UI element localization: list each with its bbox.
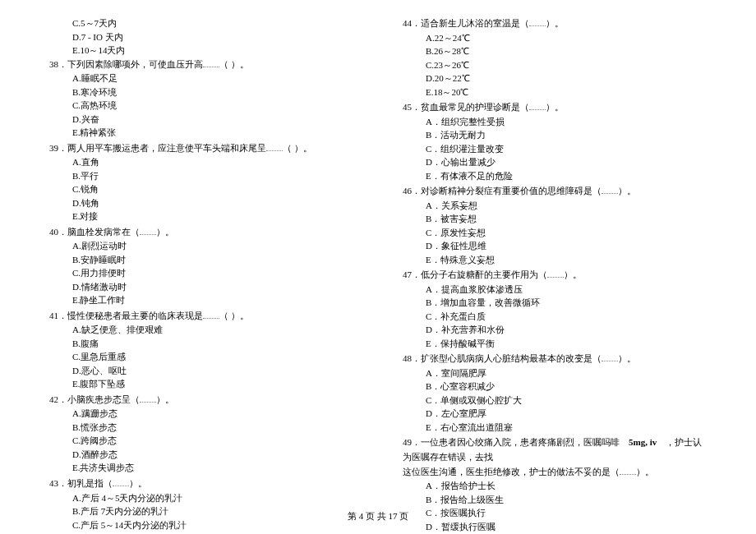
question-41: 41．慢性便秘患者最主要的临床表现是（ ）。 A.缺乏便意、排便艰难 B.腹痛 … [49, 309, 353, 391]
question-suffix: ）。 [546, 102, 564, 112]
answer-blank [602, 352, 618, 361]
question-text: ．慢性便秘患者最主要的临床表现是 [58, 311, 203, 320]
question-number: 44 [403, 18, 412, 28]
question-suffix: （ ）。 [219, 59, 249, 69]
left-column: C.5～7天内 D.7 - IO 天内 E.10～14天内 38．下列因素除哪项… [49, 16, 353, 534]
question-38: 38．下列因素除哪项外，可使血压升高（ ）。 A.睡眠不足 B.寒冷环境 C.高… [49, 58, 353, 140]
question-suffix: ）。 [156, 227, 174, 237]
option-item: E.18～20℃ [426, 85, 707, 99]
options-list: A．关系妄想 B．被害妄想 C．原发性妄想 D．象征性思维 E．特殊意义妄想 [403, 199, 707, 267]
question-number: 48 [403, 353, 412, 363]
option-item: B．增加血容量，改善微循环 [426, 296, 707, 310]
question-47: 47．低分子右旋糖酐的主要作用为（）。 A．提高血浆胶体渗透压 B．增加血容量，… [403, 268, 707, 350]
option-item: E.10～14天内 [72, 44, 353, 58]
options-list: A．提高血浆胶体渗透压 B．增加血容量，改善微循环 C．补充蛋白质 D．补充营养… [403, 283, 707, 351]
question-text: ．两人用平车搬运患者，应注意使平车头端和床尾呈 [58, 143, 266, 153]
option-item: B.平行 [72, 169, 353, 183]
question-text: ．适合新生儿沐浴的室温是（ [412, 18, 529, 28]
option-item: B.慌张步态 [72, 421, 353, 435]
options-list: A.直角 B.平行 C.锐角 D.钝角 E.对接 [49, 155, 353, 223]
option-item: D．心输出量减少 [426, 155, 707, 169]
option-item: B．活动无耐力 [426, 128, 707, 142]
q37-options-continued: C.5～7天内 D.7 - IO 天内 E.10～14天内 [49, 16, 353, 58]
option-item: D．象征性思维 [426, 239, 707, 253]
answer-blank [203, 58, 219, 67]
question-number: 49 [403, 437, 412, 447]
option-item: B．被害妄想 [426, 212, 707, 226]
option-item: C.5～7天内 [72, 16, 353, 30]
answer-blank [529, 101, 546, 110]
question-suffix: ）。 [618, 353, 636, 363]
option-item: B.安静睡眠时 [72, 253, 353, 267]
question-suffix: ）。 [156, 394, 174, 404]
question-suffix: ）。 [564, 269, 582, 279]
question-number: 45 [403, 102, 412, 112]
question-text: ．小脑疾患步态呈（ [58, 394, 140, 404]
option-item: D.7 - IO 天内 [72, 30, 353, 44]
option-item: D．左心室肥厚 [426, 407, 707, 421]
option-item: E.共济失调步态 [72, 461, 353, 475]
question-long-text-1: 一位患者因心绞痛入院，患者疼痛剧烈，医嘱吗啡 [421, 437, 620, 447]
options-list: A.缺乏便意、排便艰难 B.腹痛 C.里急后重感 D.恶心、呕吐 E.腹部下坠感 [49, 323, 353, 391]
option-item: D．补充营养和水份 [426, 323, 707, 337]
option-item: C.锐角 [72, 182, 353, 196]
option-item: C.高热环境 [72, 99, 353, 113]
answer-blank [547, 269, 564, 278]
option-item: A.蹒跚步态 [72, 407, 353, 421]
question-text: ．初乳是指（ [58, 478, 113, 488]
option-item: C.里急后重感 [72, 350, 353, 364]
option-item: C．单侧或双侧心腔扩大 [426, 394, 707, 407]
question-number: 47 [403, 269, 412, 279]
option-item: C.跨阈步态 [72, 434, 353, 448]
option-item: C.用力排便时 [72, 266, 353, 280]
options-list: A.剧烈运动时 B.安静睡眠时 C.用力排便时 D.情绪激动时 E.静坐工作时 [49, 239, 353, 307]
option-item: B.26～28℃ [426, 44, 707, 58]
question-48: 48．扩张型心肌病病人心脏结构最基本的改变是（）。 A．室间隔肥厚 B．心室容积… [403, 352, 707, 434]
options-list: A.22～24℃ B.26～28℃ C.23～26℃ D.20～22℃ E.18… [403, 31, 707, 99]
question-39: 39．两人用平车搬运患者，应注意使平车头端和床尾呈（ ）。 A.直角 B.平行 … [49, 141, 353, 223]
option-item: E．特殊意义妄想 [426, 253, 707, 267]
answer-blank [529, 17, 546, 26]
question-43: 43．初乳是指（）。 A.产后 4～5天内分泌的乳汁 B.产后 7天内分泌的乳汁… [49, 476, 353, 534]
option-item: B．报告给上级医生 [426, 493, 707, 507]
question-suffix: ）。 [546, 18, 564, 28]
question-bold-text: 5mg, iv [629, 437, 657, 447]
options-list: A．组织完整性受损 B．活动无耐力 C．组织灌注量改变 D．心输出量减少 E．有… [403, 115, 707, 183]
option-item: E.腹部下坠感 [72, 377, 353, 391]
option-item: B.腹痛 [72, 337, 353, 351]
question-46: 46．对诊断精神分裂症有重要价值的思维障碍是（）。 A．关系妄想 B．被害妄想 … [403, 184, 707, 266]
option-item: D.情绪激动时 [72, 280, 353, 294]
question-text: ．下列因素除哪项外，可使血压升高 [58, 59, 203, 69]
question-text: ．贫血最常见的护理诊断是（ [412, 102, 529, 112]
options-list: A．室间隔肥厚 B．心室容积减少 C．单侧或双侧心腔扩大 D．左心室肥厚 E．右… [403, 366, 707, 435]
question-number: 46 [403, 186, 412, 196]
option-item: C．补充蛋白质 [426, 310, 707, 324]
answer-blank [140, 394, 156, 403]
right-column: 44．适合新生儿沐浴的室温是（）。 A.22～24℃ B.26～28℃ C.23… [403, 16, 707, 534]
option-item: A．报告给护士长 [426, 479, 707, 493]
answer-blank [203, 310, 219, 319]
option-item: E.静坐工作时 [72, 293, 353, 307]
question-number: 43 [49, 478, 58, 488]
question-suffix: （ ）。 [283, 143, 312, 153]
answer-blank [266, 142, 283, 151]
answer-blank [140, 226, 156, 235]
option-item: D.酒醉步态 [72, 448, 353, 462]
option-item: A.剧烈运动时 [72, 239, 353, 253]
option-item: A.睡眠不足 [72, 71, 353, 85]
question-suffix: （ ）。 [219, 311, 249, 320]
question-long-text-3: 这位医生沟通，医生拒绝修改，护士的做法不妥的是（ [403, 467, 620, 476]
question-number: 41 [49, 311, 58, 320]
options-list: A．报告给护士长 B．报告给上级医生 C．按医嘱执行 D．暂缓执行医嘱 E．报告… [403, 479, 707, 534]
option-item: B．心室容积减少 [426, 380, 707, 394]
question-number: 39 [49, 143, 58, 153]
question-text: ．脑血栓发病常在（ [58, 227, 140, 237]
page-number: 第 4 页 共 17 页 [348, 511, 408, 521]
question-suffix: ）。 [129, 478, 147, 488]
question-44: 44．适合新生儿沐浴的室温是（）。 A.22～24℃ B.26～28℃ C.23… [403, 16, 707, 99]
option-item: E．右心室流出道阻塞 [426, 421, 707, 435]
page-footer: 第 4 页 共 17 页 [0, 509, 756, 524]
question-suffix: ）。 [618, 186, 636, 196]
question-number: 38 [49, 59, 58, 69]
question-42: 42．小脑疾患步态呈（）。 A.蹒跚步态 B.慌张步态 C.跨阈步态 D.酒醉步… [49, 393, 353, 475]
